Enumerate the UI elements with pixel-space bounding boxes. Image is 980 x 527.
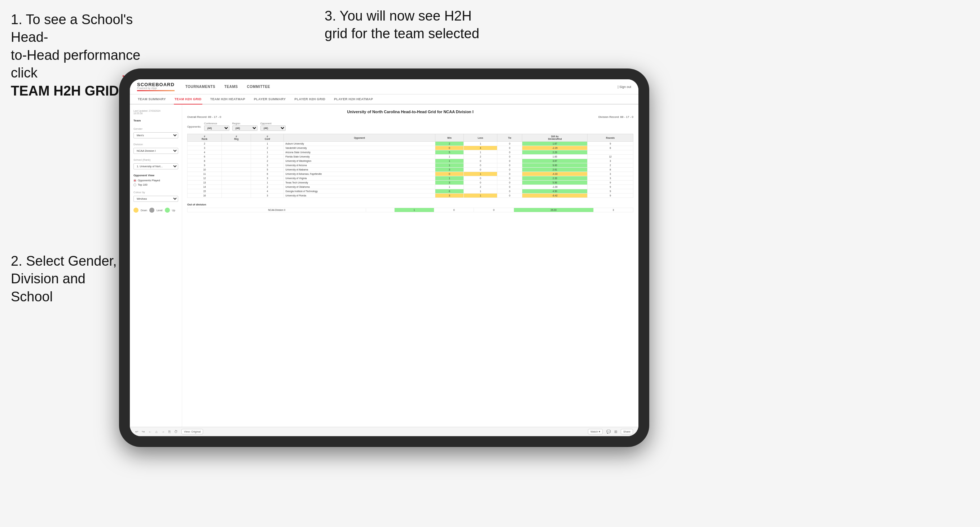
nav-committee[interactable]: COMMITTEE xyxy=(247,84,270,89)
school-select[interactable]: 1. University of Nort... xyxy=(134,163,178,170)
logo-text: SCOREBOARD xyxy=(137,82,175,87)
table-row: 3 2 Vanderbilt University 0 4 0 -2.29 8 xyxy=(188,146,633,150)
undo-button[interactable]: ↩ xyxy=(135,430,138,433)
cell-reg xyxy=(222,168,251,172)
out-win: 1 xyxy=(394,208,434,212)
radio-opponents-played[interactable]: Opponents Played xyxy=(134,179,178,182)
cell-opponent: University of Virginia xyxy=(284,176,435,181)
cell-reg xyxy=(222,150,251,155)
back-button[interactable]: ← xyxy=(148,430,152,433)
copy-button[interactable]: ⎘ xyxy=(169,430,170,433)
region-select[interactable]: (All) xyxy=(232,125,258,131)
clock-button[interactable]: ⏱ xyxy=(174,430,178,433)
cell-diff: -4.33 xyxy=(522,172,587,176)
filters-row: Opponents: Conference (All) Region (All) xyxy=(187,122,633,131)
tab-team-h2h-grid[interactable]: TEAM H2H GRID xyxy=(174,94,202,105)
nav-tournaments[interactable]: TOURNAMENTS xyxy=(185,84,215,89)
cell-diff: -6.42 xyxy=(522,194,587,198)
cell-tie: 0 xyxy=(497,172,522,176)
cell-loss: 1 xyxy=(464,150,497,155)
radio-top100[interactable]: Top 100 xyxy=(134,183,178,186)
radio-dot-2 xyxy=(134,184,136,186)
gender-select[interactable]: Men's Women's xyxy=(134,132,178,138)
view-original-button[interactable]: View: Original xyxy=(181,429,203,434)
grid-button[interactable]: ⊞ xyxy=(614,430,617,433)
cell-tie: 0 xyxy=(497,194,522,198)
cell-opponent: University of Arizona xyxy=(284,163,435,168)
cell-diff: -2.29 xyxy=(522,146,587,150)
tab-player-summary[interactable]: PLAYER SUMMARY xyxy=(253,94,287,105)
radio-dot-1 xyxy=(134,179,136,182)
cell-win: 3 xyxy=(435,168,464,172)
cell-reg xyxy=(222,172,251,176)
cell-rank: 3 xyxy=(188,146,222,150)
legend-up-label: Up xyxy=(172,209,175,211)
out-loss: 0 xyxy=(434,208,474,212)
cell-opponent: Vanderbilt University xyxy=(284,146,435,150)
cell-loss: 0 xyxy=(464,163,497,168)
col-opponent: Opponent xyxy=(284,134,435,142)
sidebar: Last Updated: 27/03/2024 16:55:38 Team G… xyxy=(130,105,182,427)
watch-button[interactable]: Watch ▾ xyxy=(588,429,603,434)
cell-reg xyxy=(222,189,251,194)
main-grid: University of North Carolina Head-to-Hea… xyxy=(182,105,638,427)
cell-opponent: University of Arkansas, Fayetteville xyxy=(284,172,435,176)
opponent-label: Opponent xyxy=(261,122,286,125)
legend-up-dot xyxy=(165,208,170,213)
cell-win: 1 xyxy=(435,163,464,168)
cell-diff: -1.00 xyxy=(522,185,587,189)
gender-section: Gender Men's Women's xyxy=(134,127,178,138)
nav-teams[interactable]: TEAMS xyxy=(224,84,238,89)
home-button[interactable]: ⌂ xyxy=(156,430,158,433)
cell-reg xyxy=(222,155,251,159)
tab-team-summary[interactable]: TEAM SUMMARY xyxy=(137,94,167,105)
out-of-division-row: NCAA Division II 1 0 0 26.00 3 xyxy=(188,208,633,212)
division-section: Division NCAA Division I NCAA Division I… xyxy=(134,143,178,154)
team-section: Team xyxy=(134,119,178,123)
conference-select[interactable]: (All) xyxy=(204,125,229,131)
tab-team-h2h-heatmap[interactable]: TEAM H2H HEATMAP xyxy=(210,94,246,105)
cell-reg xyxy=(222,146,251,150)
share-button[interactable]: Share xyxy=(621,429,633,434)
sign-out-button[interactable]: | Sign out xyxy=(617,85,631,89)
cell-diff: 3.67 xyxy=(522,159,587,163)
forward-button[interactable]: → xyxy=(161,430,165,433)
col-win: Win xyxy=(435,134,464,142)
cell-loss: 0 xyxy=(464,176,497,181)
opponent-view-section: Opponent View Opponents Played Top 100 xyxy=(134,174,178,186)
col-rounds: Rounds xyxy=(587,134,633,142)
cell-opponent: University of Florida xyxy=(284,194,435,198)
color-section: Colour by Win/loss xyxy=(134,191,178,202)
cell-tie: 0 xyxy=(497,146,522,150)
division-select[interactable]: NCAA Division I NCAA Division II xyxy=(134,148,178,154)
cell-loss: 4 xyxy=(464,146,497,150)
col-conf: #Conf xyxy=(251,134,284,142)
cell-win: 5 xyxy=(435,150,464,155)
cell-opponent: Auburn University xyxy=(284,142,435,146)
color-legend: Down Level Up xyxy=(134,208,178,213)
redo-button[interactable]: ↪ xyxy=(142,430,145,433)
cell-rank: 14 xyxy=(188,185,222,189)
cell-rounds: 12 xyxy=(587,155,633,159)
logo-bar xyxy=(137,90,175,91)
opponent-select[interactable]: (All) xyxy=(261,125,286,131)
table-row: 9 3 University of Arizona 1 0 0 9.00 2 xyxy=(188,163,633,168)
table-row: 4 1 Arizona State University 5 1 0 2.29 xyxy=(188,150,633,155)
cell-conf: 2 xyxy=(251,155,284,159)
cell-rounds xyxy=(587,150,633,155)
tab-player-h2h-heatmap[interactable]: PLAYER H2H HEATMAP xyxy=(333,94,374,105)
cell-conf: 1 xyxy=(251,142,284,146)
col-reg: #Reg xyxy=(222,134,251,142)
cell-rank: 10 xyxy=(188,168,222,172)
cell-rounds: 9 xyxy=(587,181,633,185)
color-select[interactable]: Win/loss xyxy=(134,196,178,202)
comment-button[interactable]: 💬 xyxy=(606,430,611,433)
school-label: School (Rank) xyxy=(134,158,178,162)
tablet-screen: SCOREBOARD Powered by clippi TOURNAMENTS… xyxy=(130,79,638,436)
cell-loss: 2 xyxy=(464,185,497,189)
table-row: 11 6 University of Arkansas, Fayettevill… xyxy=(188,172,633,176)
region-filter: Region (All) xyxy=(232,122,258,131)
cell-rounds: 3 xyxy=(587,172,633,176)
team-label: Team xyxy=(134,119,178,122)
tab-player-h2h-grid[interactable]: PLAYER H2H GRID xyxy=(294,94,326,105)
